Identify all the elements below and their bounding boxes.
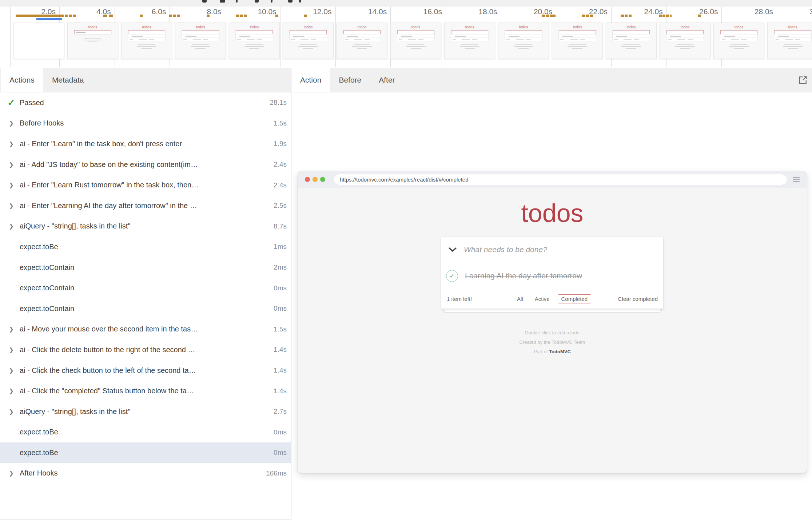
timeline-action-mark[interactable] [670,15,672,17]
todo-completed-checkbox[interactable]: ✓ [446,270,458,282]
chevron-right-icon[interactable]: ❯ [6,346,17,353]
timeline-action-mark[interactable] [207,15,210,17]
filmstrip-thumbnail[interactable]: todos [444,23,495,59]
chevron-right-icon[interactable]: ❯ [6,120,17,127]
timeline[interactable]: 2.0s4.0s6.0s8.0s10.0s12.0s14.0s16.0s18.0… [0,7,812,67]
filmstrip-thumbnail[interactable]: todos [283,23,334,59]
chevron-right-icon[interactable]: ❯ [6,202,17,209]
timeline-action-mark[interactable] [244,15,247,17]
action-row[interactable]: ❯ai - Enter "Learn" in the task box, don… [0,134,291,154]
action-row[interactable]: ❯aiQuery - "string[], tasks in the list"… [0,216,291,237]
timeline-selected-action-bar[interactable] [36,18,62,20]
browser-menu-icon[interactable] [793,177,800,182]
filmstrip-thumbnail[interactable]: todos [552,23,603,59]
action-row[interactable]: ❯Before Hooks1.5s [0,113,291,134]
filmstrip-thumbnail[interactable]: todos [660,23,710,59]
timeline-action-mark[interactable] [621,15,624,17]
todomvc-brand-link[interactable]: TodoMVC [549,349,571,354]
action-row[interactable]: ❯After Hooks166ms [0,463,291,484]
open-in-new-window-button[interactable] [797,75,809,86]
toggle-all-button[interactable] [441,247,464,252]
chevron-right-icon[interactable]: ❯ [6,408,17,415]
timeline-action-mark[interactable] [169,15,172,17]
tab-metadata[interactable]: Metadata [43,68,93,92]
filter-active[interactable]: Active [531,294,553,303]
timeline-action-mark[interactable] [659,15,662,17]
window-close-dot[interactable] [305,177,310,182]
timeline-action-mark[interactable] [73,15,76,17]
filmstrip-thumbnail[interactable]: todos [229,23,280,59]
address-bar[interactable]: https://todomvc.com/examples/react/dist/… [334,174,787,185]
tab-action[interactable]: Action [291,68,330,92]
filmstrip-thumbnail[interactable]: todos [390,23,441,59]
timeline-action-mark[interactable] [582,15,585,17]
todo-item[interactable]: ✓ Learning AI the day after tomorrow [441,263,663,289]
action-row[interactable]: ❯ai - Click the check button to the left… [0,360,291,381]
chevron-right-icon[interactable]: ❯ [6,470,17,477]
timeline-action-mark[interactable] [69,15,72,17]
filmstrip-thumbnail[interactable]: todos [175,23,226,59]
action-row[interactable]: ❯ai - Enter "Learning AI the day after t… [0,195,291,216]
timeline-action-mark[interactable] [16,15,51,17]
timeline-action-mark[interactable] [103,15,107,17]
action-row[interactable]: ❯ai - Add "JS today" to base on the exis… [0,154,291,175]
timeline-action-mark[interactable] [275,15,278,17]
timeline-action-mark[interactable] [65,15,68,17]
action-row[interactable]: ❯ai - Enter "Learn Rust tomorrow" in the… [0,175,291,195]
timeline-action-mark[interactable] [662,15,665,17]
timeline-action-mark[interactable] [236,15,239,17]
window-zoom-dot[interactable] [320,177,325,182]
panel-divider[interactable] [291,68,291,521]
action-row[interactable]: ❯ai - Click the delete button to the rig… [0,339,291,360]
clear-completed-button[interactable]: Clear completed [618,296,658,302]
filmstrip-thumbnail[interactable]: todos [606,23,657,59]
timeline-action-mark[interactable] [553,15,556,17]
timeline-action-mark[interactable] [625,15,628,17]
timeline-action-mark[interactable] [550,15,553,17]
tab-before[interactable]: Before [330,68,370,92]
timeline-action-mark[interactable] [51,15,64,17]
filmstrip-thumbnail[interactable]: todos [121,23,172,59]
filmstrip-thumbnail[interactable]: todos [713,23,764,59]
action-row[interactable]: ❯expect.toContain0ms [0,298,291,319]
timeline-action-mark[interactable] [590,15,593,17]
window-minimize-dot[interactable] [313,177,318,182]
filmstrip-thumbnail[interactable]: todos [337,23,387,59]
chevron-right-icon[interactable]: ❯ [6,223,17,230]
timeline-action-mark[interactable] [173,15,176,17]
filter-completed[interactable]: Completed [557,294,591,303]
timeline-action-mark[interactable] [304,15,307,17]
timeline-action-mark[interactable] [109,15,113,17]
filmstrip-thumbnail[interactable] [13,23,64,59]
action-row[interactable]: ❯ai - Click the "completed" Status butto… [0,381,291,401]
tab-after[interactable]: After [370,68,403,92]
chevron-right-icon[interactable]: ❯ [6,161,17,168]
chevron-right-icon[interactable]: ❯ [6,387,17,394]
timeline-action-mark[interactable] [542,15,545,17]
filmstrip-thumbnail[interactable]: todos [767,23,812,59]
tab-actions[interactable]: Actions [1,68,43,92]
timeline-action-mark[interactable] [698,15,701,17]
chevron-right-icon[interactable]: ❯ [6,140,17,147]
filter-all[interactable]: All [513,294,527,303]
filmstrip-thumbnail[interactable]: todos [498,23,549,59]
test-status-row[interactable]: ✓ Passed 28.1s [0,92,291,113]
timeline-action-mark[interactable] [586,15,589,17]
timeline-action-mark[interactable] [629,15,632,17]
timeline-action-mark[interactable] [240,15,243,17]
action-row[interactable]: ❯expect.toContain0ms [0,278,291,298]
new-todo-input[interactable] [464,245,663,254]
chevron-right-icon[interactable]: ❯ [6,182,17,188]
action-row[interactable]: ❯aiQuery - "string[], tasks in the list"… [0,401,291,422]
timeline-action-mark[interactable] [177,15,180,17]
filmstrip-thumbnail[interactable]: todos [67,23,118,59]
action-row[interactable]: ❯expect.toBe0ms [0,442,291,463]
chevron-right-icon[interactable]: ❯ [6,326,17,333]
timeline-action-mark[interactable] [546,15,549,17]
timeline-action-mark[interactable] [140,15,143,17]
action-row[interactable]: ❯expect.toBe0ms [0,422,291,443]
action-row[interactable]: ❯expect.toContain2ms [0,257,291,278]
action-row[interactable]: ❯expect.toBe1ms [0,236,291,257]
chevron-right-icon[interactable]: ❯ [6,367,17,374]
timeline-action-mark[interactable] [666,15,669,17]
